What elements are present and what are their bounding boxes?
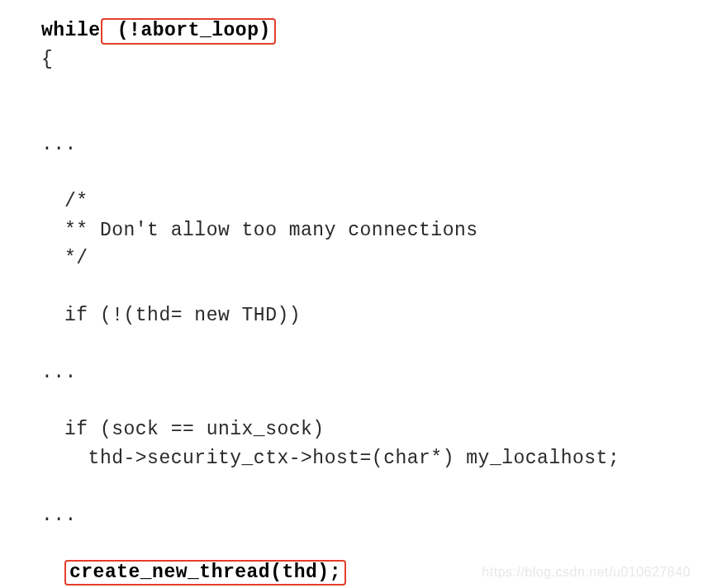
code-line-8: ... (41, 358, 703, 387)
blank-line (41, 330, 703, 359)
blank-line (41, 102, 703, 131)
blank-line (41, 74, 703, 102)
code-snippet: while (!abort_loop) { ... /* ** Don't al… (0, 0, 703, 588)
abort-loop-highlight: (!abort_loop) (101, 18, 276, 45)
code-line-11: ... (41, 501, 703, 530)
watermark: https://blog.csdn.net/u010627840 (482, 565, 691, 580)
code-line-4: /* (41, 187, 703, 216)
blank-line (41, 387, 703, 416)
code-line-10: thd->security_ctx->host=(char*) my_local… (41, 444, 703, 473)
blank-line (41, 472, 703, 501)
code-line-9: if (sock == unix_sock) (41, 415, 703, 444)
code-line-7: if (!(thd= new THD)) (41, 301, 703, 330)
code-line-6: */ (41, 244, 703, 273)
create-thread-highlight: create_new_thread(thd); (64, 560, 346, 586)
code-line-3: ... (41, 130, 703, 159)
code-line-2: { (41, 45, 703, 74)
blank-line (41, 273, 703, 302)
blank-line (41, 159, 703, 188)
blank-line (41, 529, 703, 558)
code-line-5: ** Don't allow too many connections (41, 216, 703, 245)
while-keyword: while (41, 20, 101, 41)
code-line-1: while (!abort_loop) (41, 17, 703, 45)
